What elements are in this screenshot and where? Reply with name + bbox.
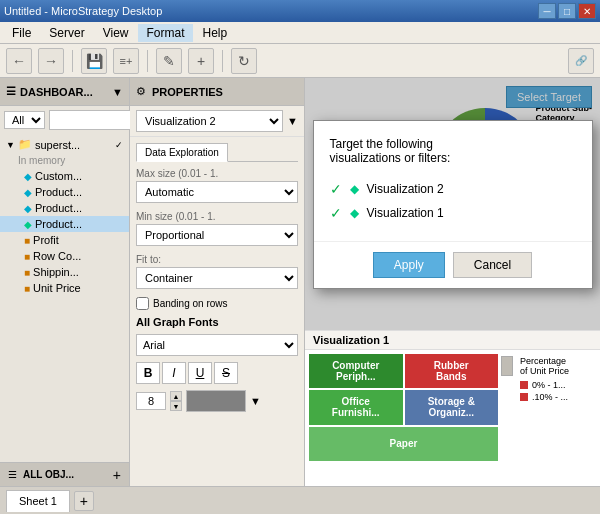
props-tab-row: Data Exploration	[136, 143, 298, 162]
sheet-tab-1[interactable]: Sheet 1	[6, 490, 70, 512]
tree-item-product2[interactable]: ◆ Product...	[0, 200, 129, 216]
min-size-select[interactable]: Proportional	[136, 224, 298, 246]
banding-checkbox[interactable]	[136, 297, 149, 310]
treemap-area: ComputerPeriph... RubberBands OfficeFurn…	[305, 350, 600, 465]
props-body: Data Exploration Max size (0.01 - 1. Aut…	[130, 137, 304, 486]
color-dropdown-arrow[interactable]: ▼	[250, 395, 261, 407]
sidebar: ☰ DASHBOAR... ▼ All 🔍 ▼ 📁 superst... ✓ I…	[0, 78, 130, 486]
tree-item-shippin[interactable]: ■ Shippin...	[0, 264, 129, 280]
content-area: Select Target Product Sub-Categ	[305, 78, 600, 486]
chart-button[interactable]: ✎	[156, 48, 182, 74]
size-up-button[interactable]: ▲	[170, 391, 182, 401]
tree-label: Row Co...	[33, 250, 81, 262]
tab-data-exploration[interactable]: Data Exploration	[136, 143, 228, 162]
dialog-item-viz1: ✓ ◆ Visualization 1	[330, 201, 576, 225]
props-viz-select[interactable]: Visualization 2	[136, 110, 283, 132]
toolbar-sep-1	[72, 50, 73, 72]
table-icon: ■	[24, 235, 30, 246]
treemap-cell-storage[interactable]: Storage &Organiz...	[405, 390, 499, 424]
menu-help[interactable]: Help	[195, 24, 236, 42]
scroll-thumb[interactable]	[501, 356, 513, 376]
diamond-active-icon: ◆	[24, 219, 32, 230]
tree-item-product1[interactable]: ◆ Product...	[0, 184, 129, 200]
dashboard-button[interactable]: ≡+	[113, 48, 139, 74]
tree-item-inmemory: In memory	[0, 153, 129, 168]
table-icon: ■	[24, 283, 30, 294]
treemap-cell-office[interactable]: OfficeFurnishi...	[309, 390, 403, 424]
bold-button[interactable]: B	[136, 362, 160, 384]
size-spinners: ▲ ▼	[170, 391, 182, 411]
main-area: ☰ DASHBOAR... ▼ All 🔍 ▼ 📁 superst... ✓ I…	[0, 78, 600, 486]
forward-button[interactable]: →	[38, 48, 64, 74]
add-button[interactable]: +	[188, 48, 214, 74]
tree-item-custom[interactable]: ◆ Custom...	[0, 168, 129, 184]
treemap-cell-paper[interactable]: Paper	[309, 427, 498, 461]
app-title: Untitled - MicroStrategy Desktop	[4, 5, 162, 17]
sidebar-header: ☰ DASHBOAR... ▼	[0, 78, 129, 106]
treemap-grid: ComputerPeriph... RubberBands OfficeFurn…	[309, 354, 498, 461]
menu-file[interactable]: File	[4, 24, 39, 42]
sidebar-filter-select[interactable]: All	[4, 111, 45, 129]
toolbar: ← → 💾 ≡+ ✎ + ↻ 🔗	[0, 44, 600, 78]
legend-dot-1	[520, 393, 528, 401]
underline-button[interactable]: U	[188, 362, 212, 384]
check-viz2-icon: ✓	[330, 181, 342, 197]
window-controls: ─ □ ✕	[538, 3, 596, 19]
diamond-icon: ◆	[24, 187, 32, 198]
tree-item-profit[interactable]: ■ Profit	[0, 232, 129, 248]
tree-item-unitprice[interactable]: ■ Unit Price	[0, 280, 129, 296]
sidebar-collapse-icon[interactable]: ▼	[112, 86, 123, 98]
tree-item-product3[interactable]: ◆ Product...	[0, 216, 129, 232]
fit-to-field: Fit to: Container	[136, 254, 298, 289]
table-icon: ■	[24, 267, 30, 278]
menu-server[interactable]: Server	[41, 24, 92, 42]
dialog-body: Target the followingvisualizations or fi…	[314, 121, 592, 241]
menu-view[interactable]: View	[95, 24, 137, 42]
dialog-title: Target the followingvisualizations or fi…	[330, 137, 576, 165]
legend-label-1: .10% - ...	[532, 392, 568, 402]
refresh-button[interactable]: ↻	[231, 48, 257, 74]
save-button[interactable]: 💾	[81, 48, 107, 74]
font-size-input[interactable]	[136, 392, 166, 410]
fit-to-label: Fit to:	[136, 254, 298, 265]
tree-item-superst[interactable]: ▼ 📁 superst... ✓	[0, 136, 129, 153]
treemap-legend: Percentageof Unit Price 0% - 1... .10% -…	[516, 354, 596, 461]
cancel-button[interactable]: Cancel	[453, 252, 532, 278]
legend-label-0: 0% - 1...	[532, 380, 566, 390]
italic-button[interactable]: I	[162, 362, 186, 384]
strike-button[interactable]: S	[214, 362, 238, 384]
dialog-item-viz2: ✓ ◆ Visualization 2	[330, 177, 576, 201]
viz-bottom: Visualization 1 ComputerPeriph... Rubber…	[305, 331, 600, 486]
check-icon: ✓	[115, 140, 123, 150]
viz1-label: Visualization 1	[367, 206, 444, 220]
tree-item-rowco[interactable]: ■ Row Co...	[0, 248, 129, 264]
publish-button[interactable]: 🔗	[568, 48, 594, 74]
tree-label: Product...	[35, 202, 82, 214]
font-select[interactable]: Arial	[136, 334, 298, 356]
size-down-button[interactable]: ▼	[170, 401, 182, 411]
add-object-button[interactable]: +	[113, 467, 121, 483]
color-picker[interactable]	[186, 390, 246, 412]
props-title: PROPERTIES	[152, 86, 223, 98]
treemap-cell-computer[interactable]: ComputerPeriph...	[309, 354, 403, 388]
fit-to-select[interactable]: Container	[136, 267, 298, 289]
viz2-label: Visualization 2	[367, 182, 444, 196]
maximize-button[interactable]: □	[558, 3, 576, 19]
center-area: ⚙ PROPERTIES Visualization 2 ▼ Data Expl…	[130, 78, 600, 486]
viz-bottom-title: Visualization 1	[305, 331, 600, 350]
title-bar: Untitled - MicroStrategy Desktop ─ □ ✕	[0, 0, 600, 22]
menu-bar: File Server View Format Help	[0, 22, 600, 44]
sidebar-tree: ▼ 📁 superst... ✓ In memory ◆ Custom... ◆…	[0, 134, 129, 462]
back-button[interactable]: ←	[6, 48, 32, 74]
min-size-label: Min size (0.01 - 1.	[136, 211, 298, 222]
close-button[interactable]: ✕	[578, 3, 596, 19]
treemap-cell-rubber[interactable]: RubberBands	[405, 354, 499, 388]
add-sheet-button[interactable]: +	[74, 491, 94, 511]
banding-row: Banding on rows	[136, 297, 298, 310]
apply-button[interactable]: Apply	[373, 252, 445, 278]
menu-format[interactable]: Format	[138, 24, 192, 42]
min-size-field: Min size (0.01 - 1. Proportional	[136, 211, 298, 246]
max-size-select[interactable]: Automatic	[136, 181, 298, 203]
font-row: Arial	[136, 334, 298, 356]
minimize-button[interactable]: ─	[538, 3, 556, 19]
